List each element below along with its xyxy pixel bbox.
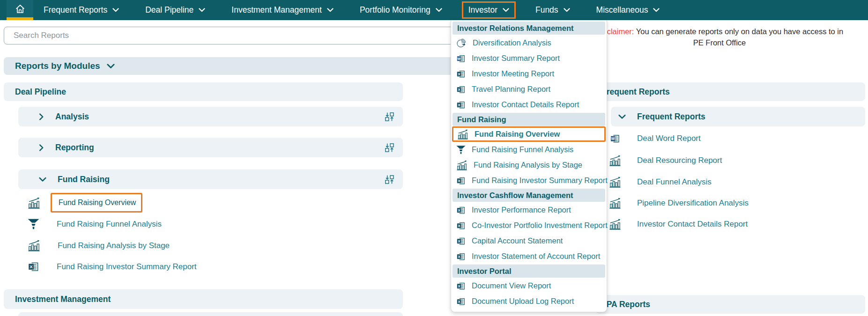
bar-chart-icon — [28, 197, 40, 209]
excel-icon — [456, 236, 466, 246]
dropdown-item-fund-raising-analysis-by-stage[interactable]: Fund Raising Analysis by Stage — [451, 157, 607, 173]
dropdown-item-travel-planning-report[interactable]: Travel Planning Report — [451, 81, 607, 97]
report-link-fund-raising-funnel-analysis[interactable]: Fund Raising Funnel Analysis — [28, 219, 162, 229]
dropdown-item-co-investor-portfolio-investment-report[interactable]: Co-Investor Portfolio Investment Report — [451, 218, 607, 233]
investor-dropdown-menu: Investor Relations Management Diversific… — [451, 20, 607, 312]
reorder-swap-icon[interactable] — [385, 143, 394, 153]
nav-item-portfolio-monitoring[interactable]: Portfolio Monitoring — [360, 5, 442, 15]
excel-icon — [456, 100, 466, 110]
dropdown-item-investor-statement-of-account-report[interactable]: Investor Statement of Account Report — [451, 249, 607, 264]
nav-items: Frequent Reports Deal Pipeline Investmen… — [44, 5, 660, 15]
nav-item-frequent-reports[interactable]: Frequent Reports — [44, 5, 119, 15]
dropdown-section-investor-cashflow-management: Investor Cashflow Management — [453, 189, 605, 202]
section-header-deal-pipeline: Deal Pipeline — [4, 82, 403, 101]
dropdown-item-investor-performance-report[interactable]: Investor Performance Report — [451, 202, 607, 218]
group-row-analysis[interactable]: Analysis — [18, 107, 403, 126]
funnel-icon — [456, 145, 466, 154]
dropdown-item-diversification-analysis[interactable]: Diversification Analysis — [451, 35, 607, 51]
bar-chart-icon — [609, 155, 621, 166]
report-link-deal-word-report[interactable]: Deal Word Report — [610, 133, 701, 144]
word-icon — [610, 133, 620, 144]
report-link-fund-raising-overview — [28, 197, 40, 209]
bar-chart-icon — [28, 240, 40, 251]
chevron-down-icon — [436, 8, 442, 12]
excel-icon — [456, 206, 466, 215]
highlighted-fund-raising-overview[interactable]: Fund Raising Overview — [51, 193, 142, 213]
bar-chart-icon — [609, 219, 621, 230]
dropdown-item-capital-account-statement[interactable]: Capital Account Statement — [451, 233, 607, 249]
excel-icon — [456, 297, 466, 306]
reorder-swap-icon[interactable] — [385, 175, 394, 184]
excel-icon — [456, 252, 466, 261]
report-link-pipeline-diversification-analysis[interactable]: Pipeline Diversification Analysis — [609, 198, 749, 209]
chevron-right-icon — [39, 113, 44, 120]
group-row-fund-raising[interactable]: Fund Raising — [18, 169, 403, 189]
chevron-down-icon — [564, 8, 570, 12]
nav-item-investment-management[interactable]: Investment Management — [231, 5, 334, 15]
chevron-down-icon — [503, 8, 509, 12]
disclaimer-text: Disclaimer: You can generate reports onl… — [584, 26, 855, 49]
dropdown-item-fund-raising-funnel-analysis[interactable]: Fund Raising Funnel Analysis — [451, 142, 607, 157]
dropdown-item-document-upload-log-report[interactable]: Document Upload Log Report — [451, 294, 607, 309]
dropdown-item-investor-summary-report[interactable]: Investor Summary Report — [451, 51, 607, 66]
nav-item-investor[interactable]: Investor — [462, 1, 516, 19]
excel-icon — [456, 85, 466, 94]
reports-by-modules-title: Reports by Modules — [15, 61, 100, 71]
bar-chart-icon — [456, 160, 467, 170]
dropdown-section-investor-portal: Investor Portal — [453, 265, 605, 278]
pie-chart-icon — [456, 38, 467, 48]
word-icon — [456, 54, 466, 63]
dropdown-section-investor-relations-management: Investor Relations Management — [453, 22, 605, 35]
chevron-down-icon — [199, 8, 205, 12]
dropdown-item-document-view-report[interactable]: Document View Report — [451, 278, 607, 294]
home-icon — [15, 3, 26, 15]
bar-chart-icon — [609, 198, 621, 209]
group-row-frequent-reports[interactable]: Frequent Reports — [611, 107, 865, 126]
dropdown-item-fund-raising-overview[interactable]: Fund Raising Overview — [452, 126, 606, 142]
funnel-icon — [28, 219, 39, 229]
reorder-swap-icon[interactable] — [385, 112, 394, 122]
report-link-deal-resourcing-report[interactable]: Deal Resourcing Report — [609, 155, 722, 166]
partial-next-row — [18, 312, 403, 316]
report-link-fund-raising-analysis-by-stage[interactable]: Fund Raising Analysis by Stage — [28, 240, 170, 251]
nav-item-funds[interactable]: Funds — [535, 5, 570, 15]
section-header-frequent-reports: Frequent Reports — [596, 82, 865, 101]
bar-chart-icon — [609, 176, 621, 188]
chevron-down-icon — [618, 114, 626, 119]
excel-icon — [28, 261, 39, 272]
dropdown-item-investor-contact-details-report[interactable]: Investor Contact Details Report — [451, 97, 607, 112]
dropdown-item-investor-meeting-report[interactable]: Investor Meeting Report — [451, 66, 607, 81]
report-link-deal-funnel-analysis[interactable]: Deal Funnel Analysis — [609, 176, 712, 188]
home-tab[interactable] — [7, 0, 33, 20]
excel-icon — [456, 69, 466, 79]
nav-item-deal-pipeline[interactable]: Deal Pipeline — [145, 5, 205, 15]
section-header-lpa-reports: LPA Reports — [596, 295, 865, 314]
excel-icon — [456, 221, 466, 230]
chevron-down-icon — [39, 177, 46, 182]
section-header-investment-management: Investment Management — [4, 289, 403, 309]
chevron-down-icon — [112, 8, 119, 12]
chevron-down-icon — [327, 8, 334, 12]
excel-icon — [456, 281, 466, 291]
nav-item-miscellaneous[interactable]: Miscellaneous — [596, 5, 660, 15]
chevron-down-icon — [107, 64, 115, 69]
report-link-fund-raising-investor-summary-report[interactable]: Fund Raising Investor Summary Report — [28, 261, 197, 272]
bar-chart-icon — [457, 129, 468, 140]
report-link-investor-contact-details-report[interactable]: Investor Contact Details Report — [609, 219, 748, 230]
chevron-down-icon — [653, 8, 660, 12]
group-row-reporting[interactable]: Reporting — [18, 138, 403, 157]
chevron-right-icon — [39, 144, 44, 151]
dropdown-section-fund-raising: Fund Raising — [453, 113, 605, 126]
excel-icon — [456, 176, 466, 185]
top-navigation-bar: Frequent Reports Deal Pipeline Investmen… — [0, 0, 868, 20]
dropdown-item-fund-raising-investor-summary-report[interactable]: Fund Raising Investor Summary Report — [451, 173, 607, 188]
